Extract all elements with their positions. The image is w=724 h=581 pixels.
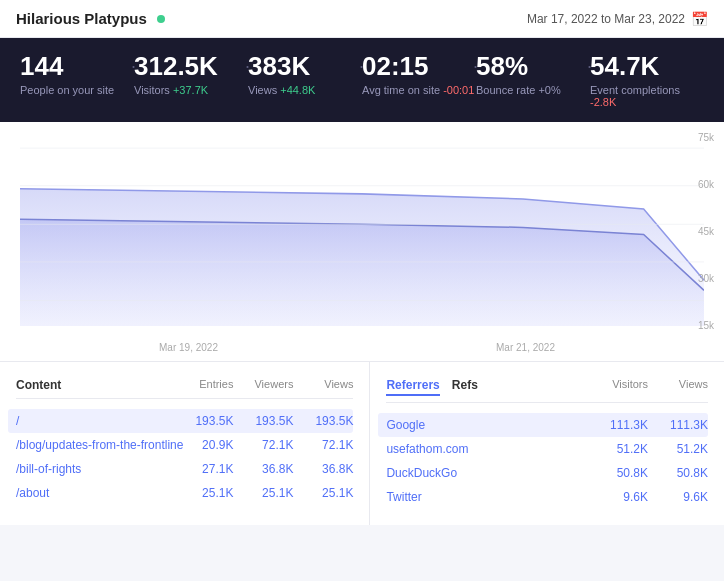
content-table-header: Content EntriesViewersViews [16, 378, 353, 399]
stats-bar: 144People on your site312.5KVisitors +37… [0, 38, 724, 122]
chart-x-labels: Mar 19, 2022Mar 21, 2022 [20, 342, 694, 353]
row-value: 25.1K [303, 486, 353, 500]
table-row: DuckDuckGo50.8K50.8K [386, 461, 708, 485]
row-values: 9.6K9.6K [598, 490, 708, 504]
live-indicator [157, 15, 165, 23]
row-value: 111.3K [658, 418, 708, 432]
row-values: 193.5K193.5K193.5K [183, 414, 353, 428]
referrers-table-rows: Google111.3K111.3Kusefathom.com51.2K51.2… [386, 413, 708, 509]
stat-label-1: Visitors +37.7K [134, 84, 248, 96]
row-label: /blog/updates-from-the-frontline [16, 438, 183, 452]
row-label: / [16, 414, 183, 428]
stat-change-2: +44.8K [280, 84, 315, 96]
referrers-col-header: Views [658, 378, 708, 396]
chart-area-fill-2 [20, 219, 704, 326]
row-label: Twitter [386, 490, 598, 504]
row-value: 51.2K [658, 442, 708, 456]
table-row: /bill-of-rights27.1K36.8K36.8K [16, 457, 353, 481]
date-range[interactable]: Mar 17, 2022 to Mar 23, 2022 📅 [527, 11, 708, 27]
stat-change-3: -00:01 [443, 84, 474, 96]
header-bar: Hilarious Platypus Mar 17, 2022 to Mar 2… [0, 0, 724, 38]
stat-item-2: 383KViews +44.8K [248, 52, 362, 96]
chart-svg [20, 138, 704, 331]
row-values: 27.1K36.8K36.8K [183, 462, 353, 476]
row-value: 36.8K [243, 462, 293, 476]
stat-label-3: Avg time on site -00:01 [362, 84, 476, 96]
stat-label-5: Event completions -2.8K [590, 84, 704, 108]
row-value: 25.1K [243, 486, 293, 500]
row-values: 25.1K25.1K25.1K [183, 486, 353, 500]
referrers-col-header: Visitors [598, 378, 648, 396]
content-table-title: Content [16, 378, 61, 392]
referrers-table-panel: ReferrersRefs VisitorsViews Google111.3K… [370, 362, 724, 525]
stat-change-4: +0% [538, 84, 560, 96]
content-col-header: Entries [183, 378, 233, 392]
referrers-table-header: ReferrersRefs VisitorsViews [386, 378, 708, 403]
stat-change-1: +37.7K [173, 84, 208, 96]
chart-y-label: 75k [698, 132, 714, 143]
stat-label-2: Views +44.8K [248, 84, 362, 96]
stat-value-4: 58% [476, 52, 590, 81]
row-value: 9.6K [658, 490, 708, 504]
row-value: 193.5K [303, 414, 353, 428]
tables-section: Content EntriesViewersViews /193.5K193.5… [0, 362, 724, 525]
referrers-col-headers: VisitorsViews [598, 378, 708, 396]
stat-item-3: 02:15Avg time on site -00:01 [362, 52, 476, 96]
site-name: Hilarious Platypus [16, 10, 147, 27]
row-value: 27.1K [183, 462, 233, 476]
calendar-icon[interactable]: 📅 [691, 11, 708, 27]
row-value: 193.5K [243, 414, 293, 428]
row-label: Google [386, 418, 598, 432]
stat-value-0: 144 [20, 52, 134, 81]
chart-x-label: Mar 21, 2022 [496, 342, 555, 353]
row-values: 50.8K50.8K [598, 466, 708, 480]
row-value: 9.6K [598, 490, 648, 504]
row-value: 72.1K [303, 438, 353, 452]
tab-refs[interactable]: Refs [452, 378, 478, 396]
stat-item-5: 54.7KEvent completions -2.8K [590, 52, 704, 108]
table-row: Google111.3K111.3K [386, 413, 708, 437]
chart-y-label: 30k [698, 273, 714, 284]
row-value: 25.1K [183, 486, 233, 500]
row-value: 50.8K [658, 466, 708, 480]
stat-label-0: People on your site [20, 84, 134, 96]
table-row: /193.5K193.5K193.5K [16, 409, 353, 433]
stat-value-1: 312.5K [134, 52, 248, 81]
stat-change-5: -2.8K [590, 96, 616, 108]
tab-referrers[interactable]: Referrers [386, 378, 439, 396]
row-value: 50.8K [598, 466, 648, 480]
chart-y-label: 60k [698, 179, 714, 190]
table-row: usefathom.com51.2K51.2K [386, 437, 708, 461]
content-table-panel: Content EntriesViewersViews /193.5K193.5… [0, 362, 370, 525]
row-value: 193.5K [183, 414, 233, 428]
content-col-headers: EntriesViewersViews [183, 378, 353, 392]
row-value: 36.8K [303, 462, 353, 476]
chart-y-labels: 75k60k45k30k15k [698, 132, 714, 331]
content-col-header: Viewers [243, 378, 293, 392]
chart-x-label: Mar 19, 2022 [159, 342, 218, 353]
chart-area: 75k60k45k30k15k Mar 19, 2022Mar 21, 2022 [0, 122, 724, 362]
stat-label-4: Bounce rate +0% [476, 84, 590, 96]
row-value: 111.3K [598, 418, 648, 432]
row-values: 51.2K51.2K [598, 442, 708, 456]
table-row: /blog/updates-from-the-frontline20.9K72.… [16, 433, 353, 457]
chart-y-label: 45k [698, 226, 714, 237]
referrers-tab-group[interactable]: ReferrersRefs [386, 378, 477, 396]
row-value: 72.1K [243, 438, 293, 452]
table-row: Twitter9.6K9.6K [386, 485, 708, 509]
stat-item-1: 312.5KVisitors +37.7K [134, 52, 248, 96]
row-values: 20.9K72.1K72.1K [183, 438, 353, 452]
row-value: 20.9K [183, 438, 233, 452]
chart-y-label: 15k [698, 320, 714, 331]
stat-value-5: 54.7K [590, 52, 704, 81]
table-row: /about25.1K25.1K25.1K [16, 481, 353, 505]
date-range-text: Mar 17, 2022 to Mar 23, 2022 [527, 12, 685, 26]
stat-value-3: 02:15 [362, 52, 476, 81]
row-label: DuckDuckGo [386, 466, 598, 480]
row-label: /bill-of-rights [16, 462, 183, 476]
stat-item-4: 58%Bounce rate +0% [476, 52, 590, 96]
row-label: usefathom.com [386, 442, 598, 456]
row-value: 51.2K [598, 442, 648, 456]
row-values: 111.3K111.3K [598, 418, 708, 432]
stat-item-0: 144People on your site [20, 52, 134, 96]
